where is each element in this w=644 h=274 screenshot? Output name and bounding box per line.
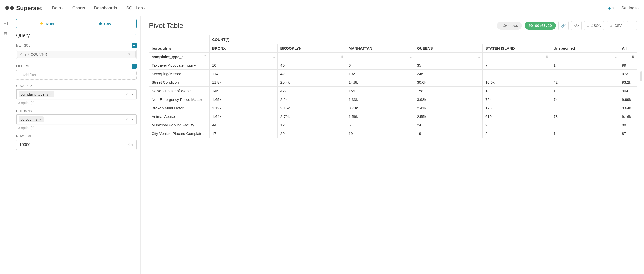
sort-cell[interactable]: ⇅ [346,53,414,61]
expand-panel-icon[interactable]: →| [3,21,8,26]
cell: 2.72k [278,112,346,121]
cell: 176 [482,104,551,112]
cell: 93.2k [619,78,637,87]
row-limit-input[interactable]: 10000 ×▾ [16,140,137,150]
grid-icon[interactable]: ▦ [4,31,7,35]
cell: 6 [346,61,414,70]
chevron-down-icon[interactable]: ▾ [131,142,133,147]
sort-cell[interactable]: ⇅ [551,53,619,61]
nav-sql-lab[interactable]: SQL Lab▾ [126,6,145,11]
row-dim-header[interactable]: complaint_type_s⇅ [149,53,210,61]
cell: 24 [414,121,482,129]
chevron-right-icon[interactable]: › [132,52,133,56]
bolt-icon: ⚡ [39,21,44,26]
chart-content: Pivot Table 1.04k rows 00:00:03.10 🔗 </>… [142,16,644,274]
group-by-select[interactable]: complaint_type_s ✕ × ▾ [16,89,137,99]
cell: 44 [210,121,278,129]
table-row: Sweeping/Missed114421192246973 [149,70,637,78]
cell: 2 [482,129,551,138]
query-section-title: Query [16,33,30,38]
cell: 42 [551,78,619,87]
columns-select[interactable]: borough_s ✕ × ▾ [16,114,137,124]
scrollbar-thumb[interactable] [640,71,642,81]
metrics-label: METRICS [16,44,31,47]
group-by-label: GROUP BY [16,84,33,88]
cell: 7 [482,61,551,70]
add-filter-box[interactable]: + Add filter [16,70,137,80]
cell: 17 [210,129,278,138]
sort-icon[interactable]: ⇅ [204,55,207,58]
brand-text: Superset [16,5,42,12]
col-header[interactable]: All [619,44,637,53]
left-rail: →| ▦ [0,16,11,274]
cell: 2.55k [414,112,482,121]
sort-icon: ⇅ [477,55,480,59]
cell: 78 [551,112,619,121]
cell: 14.8k [346,78,414,87]
remove-tag-icon[interactable]: ✕ [50,93,52,96]
sort-icon: ⇅ [409,55,412,59]
cell [482,70,551,78]
plus-icon: + [19,73,21,77]
metric-value: COUNT(*) [31,52,126,56]
sort-cell[interactable]: ⇅ [210,53,278,61]
cell: 1.64k [210,112,278,121]
remove-tag-icon[interactable]: ✕ [39,118,42,121]
metric-item[interactable]: ✕ f(x) COUNT(*) ? › [17,51,136,58]
clear-icon[interactable]: × [128,142,130,147]
sort-cell[interactable]: ⇅ [619,53,637,61]
col-header[interactable]: Unspecified [551,44,619,53]
query-section-toggle[interactable]: Query ⌃ [16,33,137,38]
col-header[interactable]: BROOKLYN [278,44,346,53]
clear-icon[interactable]: × [125,117,129,121]
sort-cell[interactable]: ⇅ [482,53,551,61]
cell: 19 [414,129,482,138]
columns-label: COLUMNS [16,109,32,113]
sort-cell[interactable]: ⇅ [278,53,346,61]
code-icon: </> [574,24,579,28]
chevron-down-icon[interactable]: ▾ [130,92,134,96]
chevron-down-icon: ▾ [638,7,639,9]
more-menu-button[interactable]: ≡ [627,21,637,30]
cell: 764 [482,95,551,104]
cell: 6 [346,121,414,129]
column-dim-header: borough_s [149,44,210,53]
json-button[interactable]: ▤.JSON [584,21,604,30]
metrics-container: ✕ f(x) COUNT(*) ? › [16,50,137,59]
col-header[interactable]: STATEN ISLAND [482,44,551,53]
sort-icon: ⇅ [614,55,617,59]
run-button[interactable]: ⚡ RUN [16,19,76,28]
chevron-down-icon[interactable]: ▾ [130,117,134,121]
sort-cell[interactable]: ⇅ [414,53,482,61]
csv-button[interactable]: ▤.CSV [607,21,624,30]
help-icon[interactable]: ? [128,52,130,56]
nav-data[interactable]: Data▾ [52,6,63,11]
new-button[interactable]: ＋▾ [607,5,614,11]
embed-button[interactable]: </> [571,21,582,30]
link-icon: 🔗 [561,24,566,28]
save-button[interactable]: ⊕ SAVE [76,19,137,28]
nav-dashboards[interactable]: Dashboards [94,6,117,11]
col-header[interactable]: MANHATTAN [346,44,414,53]
page-title: Pivot Table [149,22,183,30]
brand-logo[interactable]: Superset [5,4,42,12]
sort-icon: ⇅ [546,55,548,59]
cell: 3.98k [414,95,482,104]
col-header[interactable]: BRONX [210,44,278,53]
settings-menu[interactable]: Settings▾ [621,6,639,11]
cell: 158 [414,87,482,95]
cell: 11.8k [210,78,278,87]
add-metric-button[interactable]: + [132,43,137,48]
cell: 973 [619,70,637,78]
row-label: Taxpayer Advocate Inquiry [149,61,210,70]
cell: 99 [619,61,637,70]
cell: 1.12k [210,104,278,112]
link-button[interactable]: 🔗 [558,21,569,30]
col-header[interactable]: QUEENS [414,44,482,53]
nav-charts[interactable]: Charts [72,6,85,11]
cell: 12 [278,121,346,129]
group-by-hint: 13 option(s) [16,101,137,105]
add-filter-button[interactable]: + [132,64,137,69]
remove-metric-icon[interactable]: ✕ [19,52,22,56]
clear-icon[interactable]: × [125,92,129,96]
